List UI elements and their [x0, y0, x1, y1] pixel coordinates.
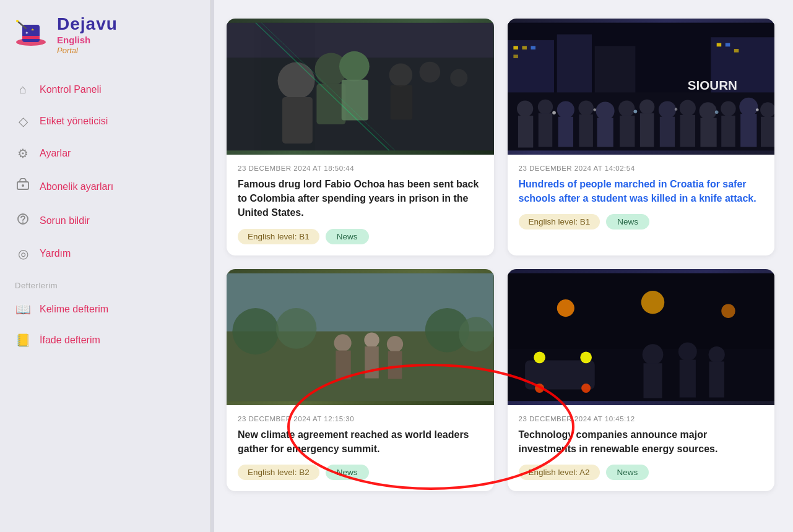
svg-point-66	[593, 108, 596, 111]
sidebar-item-label: Abonelik ayarları	[40, 181, 113, 192]
svg-point-94	[642, 344, 663, 365]
svg-rect-99	[709, 361, 724, 397]
subscription-icon	[15, 178, 31, 195]
svg-rect-81	[365, 346, 379, 379]
level-tag-2: English level: B1	[519, 214, 600, 230]
svg-point-77	[459, 317, 493, 351]
sidebar-item-ayarlar[interactable]: ⚙ Ayarlar	[0, 137, 210, 169]
svg-rect-48	[597, 118, 613, 147]
home-icon: ⌂	[15, 82, 31, 97]
card-date-3: 23 DECEMBER 2024 AT 12:15:30	[238, 415, 483, 423]
svg-text:✦: ✦	[25, 30, 29, 36]
logo-dejavu: Dejavu	[57, 14, 118, 35]
svg-rect-58	[700, 118, 716, 147]
category-tag-3: News	[326, 465, 369, 480]
svg-rect-15	[282, 97, 313, 144]
card-body-2: 23 DECEMBER 2024 AT 14:02:54 Hundreds of…	[508, 155, 775, 241]
svg-rect-2	[22, 36, 40, 39]
level-tag-4: English level: A2	[519, 465, 600, 480]
nav-menu: ⌂ Kontrol Paneli ◇ Etiket yöneticisi ⚙ A…	[0, 74, 210, 270]
sidebar-item-label: Kontrol Paneli	[40, 84, 102, 95]
svg-rect-54	[659, 117, 674, 147]
logo-icon: ✦ ★	[12, 16, 50, 53]
svg-point-92	[535, 384, 544, 393]
svg-point-6	[16, 20, 19, 22]
main-content: 23 DECEMBER 2024 AT 18:50:44 Famous drug…	[214, 0, 793, 532]
book-icon: 📖	[15, 302, 31, 317]
svg-point-47	[596, 101, 614, 120]
sidebar-item-label: Sorun bildir	[40, 215, 90, 226]
card-date-2: 23 DECEMBER 2024 AT 14:02:54	[519, 165, 764, 172]
card-title-1: Famous drug lord Fabio Ochoa has been se…	[238, 177, 483, 220]
logo-english: English	[57, 35, 118, 46]
card-title-3: New climate agreement reached as world l…	[238, 427, 483, 456]
svg-point-39	[517, 101, 533, 117]
svg-point-57	[699, 102, 716, 119]
sidebar-item-kelime-defterim[interactable]: 📖 Kelime defterim	[0, 294, 210, 325]
svg-point-68	[674, 108, 677, 111]
svg-point-41	[537, 100, 552, 114]
svg-rect-52	[639, 113, 654, 147]
svg-point-8	[22, 184, 24, 187]
svg-point-70	[756, 108, 759, 111]
svg-rect-60	[721, 116, 735, 147]
svg-point-82	[387, 336, 403, 352]
svg-rect-33	[513, 54, 518, 58]
svg-rect-46	[579, 114, 593, 147]
level-tag-3: English level: B2	[238, 465, 319, 480]
card-tags-4: English level: A2 News	[519, 465, 764, 480]
svg-point-74	[232, 308, 279, 354]
sidebar-item-kontrol-paneli[interactable]: ⌂ Kontrol Paneli	[0, 74, 210, 105]
svg-point-55	[679, 100, 695, 116]
svg-point-78	[334, 334, 352, 351]
news-card-1[interactable]: 23 DECEMBER 2024 AT 18:50:44 Famous drug…	[227, 19, 494, 255]
notebook-icon: 📒	[15, 333, 31, 348]
gear-icon: ⚙	[15, 146, 31, 161]
sidebar-item-ifade-defterim[interactable]: 📒 İfade defterim	[0, 325, 210, 356]
card-title-2: Hundreds of people marched in Croatia fo…	[519, 177, 764, 205]
card-image-3	[227, 269, 494, 405]
svg-rect-50	[620, 116, 635, 147]
svg-point-96	[678, 342, 696, 361]
tag-icon: ◇	[15, 114, 31, 129]
svg-rect-83	[388, 351, 402, 379]
sidebar-item-label: Yardım	[40, 248, 71, 259]
card-title-4: Technology companies announce major inve…	[519, 427, 764, 456]
news-card-2[interactable]: SIOURN	[508, 19, 775, 255]
svg-point-43	[557, 101, 574, 118]
svg-rect-36	[734, 49, 739, 53]
sidebar-item-yardim[interactable]: ◎ Yardım	[0, 238, 210, 270]
logo-portal: Portal	[57, 46, 118, 56]
svg-rect-97	[679, 359, 695, 397]
sidebar-item-sorun-bildir[interactable]: Sorun bildir	[0, 204, 210, 238]
sidebar-item-label: Ayarlar	[40, 148, 71, 159]
svg-point-18	[389, 63, 413, 87]
svg-text:SIOURN: SIOURN	[687, 78, 737, 92]
svg-rect-62	[740, 114, 756, 147]
news-card-4[interactable]: 23 DECEMBER 2024 AT 10:45:12 Technology …	[508, 269, 775, 491]
svg-point-63	[760, 102, 774, 117]
svg-rect-32	[531, 46, 535, 49]
svg-rect-13	[316, 84, 345, 124]
svg-point-65	[552, 111, 556, 114]
sidebar-item-label: Etiket yöneticisi	[40, 116, 108, 127]
svg-rect-19	[391, 85, 413, 119]
svg-rect-64	[760, 117, 774, 147]
sidebar-item-abonelik-ayarlari[interactable]: Abonelik ayarları	[0, 169, 210, 204]
svg-point-14	[278, 62, 315, 100]
svg-rect-42	[538, 113, 552, 147]
defterlerim-label: Defterlerim	[0, 270, 210, 294]
svg-rect-31	[522, 46, 527, 49]
svg-rect-79	[336, 350, 350, 379]
svg-point-20	[419, 62, 440, 83]
svg-point-69	[714, 110, 718, 114]
card-tags-2: English level: B1 News	[519, 214, 764, 230]
svg-line-5	[17, 21, 26, 28]
svg-point-9	[22, 221, 24, 223]
category-tag-1: News	[326, 229, 369, 244]
sidebar-item-etiket-yoneticisi[interactable]: ◇ Etiket yöneticisi	[0, 105, 210, 137]
svg-rect-56	[680, 115, 695, 147]
svg-point-90	[534, 351, 545, 363]
cards-grid: 23 DECEMBER 2024 AT 18:50:44 Famous drug…	[227, 19, 774, 491]
news-card-3[interactable]: 23 DECEMBER 2024 AT 12:15:30 New climate…	[227, 269, 494, 491]
